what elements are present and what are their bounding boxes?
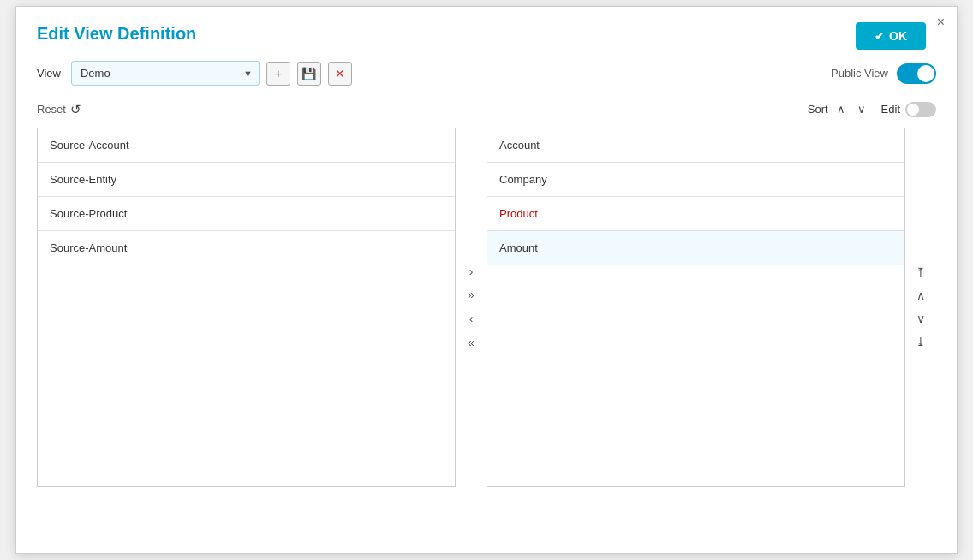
move-to-bottom-button[interactable]: ⤓	[914, 333, 928, 351]
reorder-controls: ⤒ ∧ ∨ ⤓	[905, 264, 936, 350]
dialog-title: Edit View Definition	[37, 24, 936, 44]
transfer-controls: › » ‹ «	[456, 262, 486, 353]
view-select[interactable]: Demo	[71, 61, 260, 86]
move-left-one-button[interactable]: ‹	[468, 309, 475, 330]
ok-button-label: OK	[889, 29, 907, 43]
list-item[interactable]: Source-Product	[38, 197, 455, 231]
toolbar-row: Reset ↺ Sort ∧ ∨ Edit	[37, 101, 936, 117]
move-right-one-button[interactable]: ›	[468, 262, 475, 283]
panels-area: Source-Account Source-Entity Source-Prod…	[37, 128, 936, 487]
list-item[interactable]: Source-Amount	[38, 231, 455, 265]
save-icon: 💾	[301, 67, 316, 80]
edit-toggle-thumb	[907, 104, 919, 116]
list-item[interactable]: Source-Account	[38, 128, 455, 163]
sort-label: Sort	[808, 103, 828, 116]
public-view-label: Public View	[831, 67, 888, 80]
right-panel: Account Company Product Amount	[486, 128, 905, 487]
public-view-toggle[interactable]	[897, 63, 936, 84]
edit-toggle[interactable]	[905, 102, 936, 117]
left-panel: Source-Account Source-Entity Source-Prod…	[37, 128, 456, 487]
edit-label: Edit	[881, 103, 900, 116]
reset-button[interactable]: Reset ↺	[37, 102, 81, 117]
check-icon: ✔	[875, 30, 884, 43]
move-right-all-button[interactable]: »	[466, 285, 476, 306]
add-view-button[interactable]: +	[266, 62, 290, 86]
move-down-button[interactable]: ∨	[915, 310, 927, 328]
move-to-top-button[interactable]: ⤒	[914, 264, 928, 282]
view-select-wrapper: Demo ▼	[71, 61, 260, 86]
right-list-item[interactable]: Amount	[487, 231, 904, 265]
sort-descending-button[interactable]: ∨	[854, 101, 869, 117]
public-view-area: Public View	[831, 63, 936, 84]
reset-label: Reset	[37, 103, 66, 116]
sort-controls: Sort ∧ ∨ Edit	[808, 101, 936, 117]
clear-view-button[interactable]: ✕	[328, 62, 352, 86]
reset-icon: ↺	[70, 102, 81, 117]
right-list-item[interactable]: Account	[487, 128, 904, 163]
sort-ascending-button[interactable]: ∧	[833, 101, 849, 117]
move-left-all-button[interactable]: «	[466, 333, 476, 354]
close-button[interactable]: ×	[937, 15, 945, 29]
right-list-item[interactable]: Company	[487, 163, 904, 197]
view-row: View Demo ▼ + 💾 ✕ Public View	[37, 61, 936, 86]
list-item[interactable]: Source-Entity	[38, 163, 455, 197]
view-label: View	[37, 67, 61, 80]
ok-button[interactable]: ✔ OK	[856, 22, 926, 50]
save-view-button[interactable]: 💾	[297, 62, 321, 86]
move-up-button[interactable]: ∧	[915, 287, 927, 305]
toggle-thumb	[917, 65, 934, 82]
right-list-item[interactable]: Product	[487, 197, 904, 231]
edit-view-dialog: × ✔ OK Edit View Definition View Demo ▼ …	[15, 6, 958, 554]
